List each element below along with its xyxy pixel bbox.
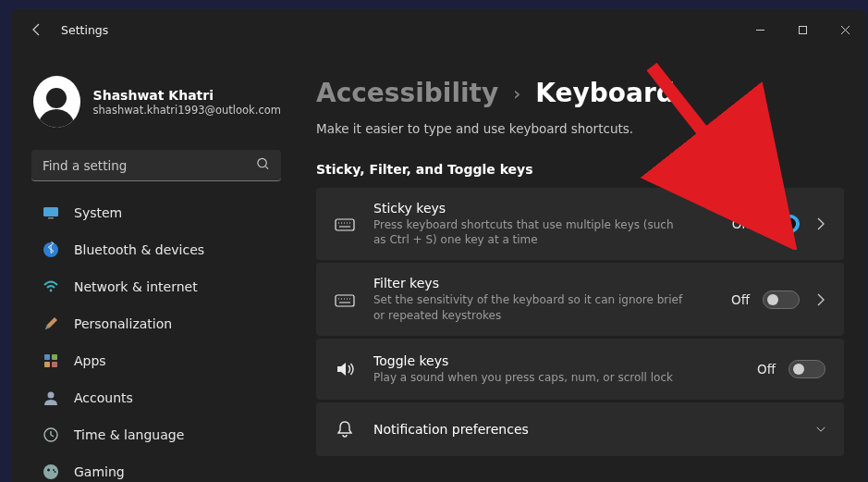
card-title: Notification preferences — [373, 422, 794, 437]
sidebar-item-label: Time & language — [74, 427, 184, 442]
svg-rect-5 — [48, 217, 54, 219]
card-desc: Set the sensitivity of the keyboard so i… — [373, 292, 688, 322]
main-content: Accessibility › Keyboard Make it easier … — [294, 50, 866, 482]
toggle-state-label: Off — [731, 292, 750, 307]
card-controls — [813, 426, 825, 433]
app-title: Settings — [61, 23, 108, 37]
sidebar-item-label: Personalization — [74, 316, 172, 331]
gamepad-icon — [43, 463, 59, 480]
sidebar-item-label: Bluetooth & devices — [74, 242, 204, 257]
filter-keys-card[interactable]: Filter keys Set the sensitivity of the k… — [316, 263, 844, 335]
section-label: Sticky, Filter, and Toggle keys — [316, 162, 844, 177]
wifi-icon — [43, 278, 59, 295]
nav-list: System Bluetooth & devices Network & int… — [31, 194, 281, 482]
sidebar-item-gaming[interactable]: Gaming — [31, 453, 281, 482]
card-controls: Off — [757, 360, 825, 378]
svg-rect-9 — [52, 354, 57, 360]
svg-point-15 — [53, 469, 55, 471]
toggle-keys-card: Toggle keys Play a sound when you press … — [316, 339, 844, 400]
page-title: Keyboard — [535, 78, 674, 108]
sidebar-item-personalization[interactable]: Personalization — [31, 305, 281, 342]
svg-point-7 — [50, 290, 53, 292]
window-body: Shashwat Khatri shashwat.khatri1993@outl… — [11, 50, 866, 482]
sidebar-item-label: Network & internet — [74, 279, 198, 294]
svg-point-1 — [46, 88, 67, 108]
svg-point-12 — [48, 392, 55, 399]
breadcrumb-parent[interactable]: Accessibility — [316, 78, 498, 108]
svg-rect-11 — [52, 362, 57, 367]
svg-rect-4 — [43, 207, 58, 216]
sticky-keys-toggle[interactable] — [763, 215, 800, 233]
svg-rect-10 — [44, 362, 50, 367]
profile-email: shashwat.khatri1993@outlook.com — [93, 104, 281, 117]
maximize-button[interactable] — [781, 9, 824, 50]
profile-name: Shashwat Khatri — [93, 88, 281, 103]
svg-rect-0 — [799, 26, 806, 33]
toggle-state-label: Off — [757, 362, 776, 377]
person-icon — [43, 389, 59, 406]
card-desc: Press keyboard shortcuts that use multip… — [373, 217, 688, 247]
close-button[interactable] — [824, 9, 866, 50]
profile-block[interactable]: Shashwat Khatri shashwat.khatri1993@outl… — [31, 50, 281, 146]
settings-window: Settings Shashwat Khatri shashwat.khatri… — [11, 9, 866, 482]
card-desc: Play a sound when you press caps, num, o… — [373, 370, 688, 385]
card-controls: On — [732, 215, 825, 233]
sidebar-item-accounts[interactable]: Accounts — [31, 379, 281, 416]
card-controls: Off — [731, 290, 825, 309]
back-button[interactable] — [30, 22, 44, 37]
titlebar: Settings — [11, 9, 866, 50]
sidebar-item-label: System — [74, 205, 122, 220]
search-input[interactable] — [31, 150, 281, 181]
card-title: Toggle keys — [373, 353, 739, 368]
chevron-right-icon[interactable] — [816, 293, 825, 306]
card-text: Toggle keys Play a sound when you press … — [373, 353, 739, 385]
filter-keys-toggle[interactable] — [763, 290, 800, 309]
sidebar-item-time[interactable]: Time & language — [31, 416, 281, 453]
sidebar-item-system[interactable]: System — [31, 194, 281, 231]
window-controls — [739, 9, 866, 50]
profile-text: Shashwat Khatri shashwat.khatri1993@outl… — [93, 88, 281, 117]
card-text: Sticky keys Press keyboard shortcuts tha… — [373, 201, 714, 247]
minimize-button[interactable] — [739, 9, 781, 50]
card-title: Sticky keys — [373, 201, 714, 216]
page-subtitle: Make it easier to type and use keyboard … — [316, 121, 844, 136]
card-text: Notification preferences — [373, 422, 794, 437]
paintbrush-icon — [43, 315, 59, 332]
search-box[interactable] — [31, 150, 281, 181]
keyboard-icon — [335, 214, 355, 234]
card-title: Filter keys — [373, 276, 713, 290]
sidebar-item-apps[interactable]: Apps — [31, 342, 281, 379]
sidebar-item-label: Accounts — [74, 390, 133, 405]
card-text: Filter keys Set the sensitivity of the k… — [373, 276, 713, 322]
svg-rect-8 — [44, 354, 50, 360]
chevron-down-icon[interactable] — [816, 426, 825, 433]
sticky-keys-card[interactable]: Sticky keys Press keyboard shortcuts tha… — [316, 188, 844, 260]
notification-preferences-card[interactable]: Notification preferences — [316, 402, 844, 456]
speaker-icon — [335, 359, 355, 379]
toggle-keys-toggle[interactable] — [789, 360, 825, 378]
sidebar-item-label: Gaming — [74, 464, 125, 479]
chevron-right-icon: › — [513, 82, 520, 105]
settings-cards: Sticky keys Press keyboard shortcuts tha… — [316, 188, 844, 456]
sidebar-item-bluetooth[interactable]: Bluetooth & devices — [31, 231, 281, 268]
breadcrumb: Accessibility › Keyboard — [316, 78, 844, 108]
svg-rect-17 — [336, 219, 354, 230]
svg-point-2 — [38, 109, 75, 128]
monitor-icon — [43, 204, 59, 221]
sidebar: Shashwat Khatri shashwat.khatri1993@outl… — [11, 50, 294, 482]
chevron-right-icon[interactable] — [816, 217, 825, 230]
bell-icon — [335, 420, 355, 439]
svg-point-16 — [55, 471, 56, 473]
bluetooth-icon — [43, 241, 59, 258]
keyboard-icon — [335, 290, 355, 310]
avatar — [33, 76, 80, 128]
toggle-state-label: On — [732, 216, 750, 231]
svg-rect-18 — [336, 295, 354, 306]
svg-point-14 — [43, 464, 58, 479]
sidebar-item-network[interactable]: Network & internet — [31, 268, 281, 305]
sidebar-item-label: Apps — [74, 353, 106, 368]
apps-icon — [43, 352, 59, 369]
clock-icon — [43, 426, 59, 443]
